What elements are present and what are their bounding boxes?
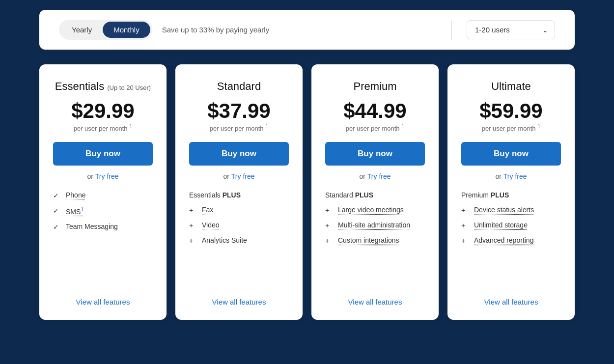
list-item: +Custom integrations xyxy=(325,236,425,245)
list-item: +Fax xyxy=(189,206,289,214)
view-all-link-standard[interactable]: View all features xyxy=(189,293,289,306)
view-all-link-essentials[interactable]: View all features xyxy=(53,293,153,306)
plan-price-ultimate: $59.99 xyxy=(461,101,561,121)
view-all-link-premium[interactable]: View all features xyxy=(325,293,425,306)
billing-toggle: Yearly Monthly xyxy=(59,20,152,40)
feature-text-essentials-0: Phone xyxy=(66,191,85,199)
plus-icon: + xyxy=(189,206,197,214)
feature-text-premium-0: Large video meetings xyxy=(338,206,404,214)
feature-list-premium: +Large video meetings+Multi-site adminis… xyxy=(325,206,425,293)
buy-now-button-standard[interactable]: Buy now xyxy=(189,142,289,166)
feature-list-essentials: ✓Phone✓SMS1✓Team Messaging xyxy=(53,191,153,293)
plan-card-premium: Premium$44.99per user per month 1Buy now… xyxy=(311,64,439,320)
list-item: ✓SMS1 xyxy=(53,206,153,216)
try-free-line-ultimate: or Try free xyxy=(461,172,561,180)
plus-icon: + xyxy=(325,237,333,245)
plus-icon: + xyxy=(189,222,197,229)
feature-text-premium-1: Multi-site administration xyxy=(338,221,410,229)
try-free-link-essentials[interactable]: Try free xyxy=(95,172,119,180)
plan-period-standard: per user per month 1 xyxy=(189,123,289,132)
period-sup-standard: 1 xyxy=(265,123,268,129)
try-free-line-standard: or Try free xyxy=(189,172,289,180)
try-free-link-ultimate[interactable]: Try free xyxy=(503,172,527,180)
view-all-link-ultimate[interactable]: View all features xyxy=(461,293,561,306)
try-free-link-premium[interactable]: Try free xyxy=(367,172,391,180)
features-label-premium: Standard PLUS xyxy=(325,191,425,199)
plans-container: Essentials (Up to 20 User)$29.99per user… xyxy=(39,64,575,320)
buy-now-button-premium[interactable]: Buy now xyxy=(325,142,425,166)
plan-period-essentials: per user per month 1 xyxy=(53,123,153,132)
check-icon: ✓ xyxy=(53,223,61,231)
feature-text-standard-1: Video xyxy=(202,221,220,229)
feature-text-standard-2: Analytics Suite xyxy=(202,236,247,244)
feature-text-ultimate-2: Advanced reporting xyxy=(474,236,533,244)
plan-name-sub-essentials: (Up to 20 User) xyxy=(107,84,151,91)
try-free-line-essentials: or Try free xyxy=(53,172,153,180)
plus-icon: + xyxy=(325,222,333,229)
period-sup-premium: 1 xyxy=(401,123,404,129)
plan-price-premium: $44.99 xyxy=(325,101,425,121)
feature-list-standard: +Fax+Video+Analytics Suite xyxy=(189,206,289,293)
plan-period-ultimate: per user per month 1 xyxy=(461,123,561,132)
plus-icon: + xyxy=(325,206,333,214)
plan-price-essentials: $29.99 xyxy=(53,101,153,121)
period-sup-essentials: 1 xyxy=(129,123,132,129)
feature-text-essentials-1: SMS1 xyxy=(66,206,84,216)
list-item: ✓Phone xyxy=(53,191,153,199)
plus-icon: + xyxy=(461,222,469,229)
feature-text-ultimate-0: Device status alerts xyxy=(474,206,534,214)
plan-name-ultimate: Ultimate xyxy=(461,80,561,93)
plan-name-premium: Premium xyxy=(325,80,425,93)
feature-list-ultimate: +Device status alerts+Unlimited storage+… xyxy=(461,206,561,293)
list-item: +Multi-site administration xyxy=(325,221,425,229)
buy-now-button-ultimate[interactable]: Buy now xyxy=(461,142,561,166)
check-icon: ✓ xyxy=(53,207,61,215)
plus-icon: + xyxy=(189,237,197,245)
monthly-toggle-btn[interactable]: Monthly xyxy=(103,22,150,38)
feature-text-essentials-2: Team Messaging xyxy=(66,223,118,230)
features-label-standard: Essentials PLUS xyxy=(189,191,289,199)
feature-text-ultimate-1: Unlimited storage xyxy=(474,221,528,229)
top-bar: Yearly Monthly Save up to 33% by paying … xyxy=(39,10,575,50)
try-free-link-standard[interactable]: Try free xyxy=(231,172,255,180)
list-item: +Large video meetings xyxy=(325,206,425,214)
period-sup-ultimate: 1 xyxy=(537,123,540,129)
check-icon: ✓ xyxy=(53,192,61,199)
users-dropdown-wrapper: 1-20 users 21-50 users 51-100 users 101+… xyxy=(467,20,555,39)
feature-text-standard-0: Fax xyxy=(202,206,213,214)
users-dropdown[interactable]: 1-20 users 21-50 users 51-100 users 101+… xyxy=(467,20,555,39)
plan-card-essentials: Essentials (Up to 20 User)$29.99per user… xyxy=(39,64,167,320)
plan-period-premium: per user per month 1 xyxy=(325,123,425,132)
save-text: Save up to 33% by paying yearly xyxy=(162,26,437,34)
list-item: +Unlimited storage xyxy=(461,221,561,229)
list-item: +Advanced reporting xyxy=(461,236,561,245)
list-item: +Analytics Suite xyxy=(189,236,289,245)
list-item: +Video xyxy=(189,221,289,229)
yearly-toggle-btn[interactable]: Yearly xyxy=(61,22,103,38)
plan-card-standard: Standard$37.99per user per month 1Buy no… xyxy=(175,64,303,320)
plus-icon: + xyxy=(461,237,469,245)
feature-text-premium-2: Custom integrations xyxy=(338,236,399,244)
list-item: ✓Team Messaging xyxy=(53,223,153,231)
plan-price-standard: $37.99 xyxy=(189,101,289,121)
features-label-ultimate: Premium PLUS xyxy=(461,191,561,199)
plan-name-essentials: Essentials (Up to 20 User) xyxy=(53,80,153,93)
buy-now-button-essentials[interactable]: Buy now xyxy=(53,142,153,166)
list-item: +Device status alerts xyxy=(461,206,561,214)
vertical-divider xyxy=(451,20,452,40)
plus-icon: + xyxy=(461,206,469,214)
try-free-line-premium: or Try free xyxy=(325,172,425,180)
plan-name-standard: Standard xyxy=(189,80,289,93)
plan-card-ultimate: Ultimate$59.99per user per month 1Buy no… xyxy=(447,64,575,320)
